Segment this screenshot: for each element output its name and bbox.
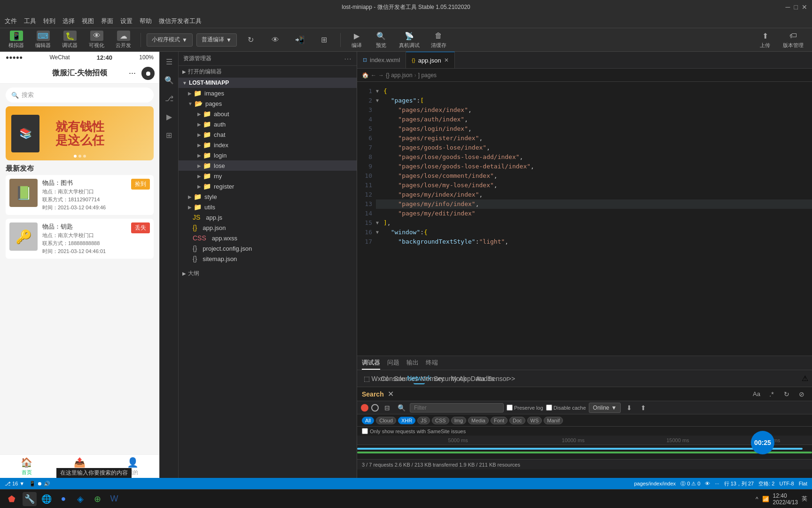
compile-run-button[interactable]: ▶ 编译 xyxy=(346,29,367,51)
file-sitemap[interactable]: {} sitemap.json xyxy=(179,254,357,264)
filter-js[interactable]: JS xyxy=(417,417,430,424)
preview-icon-btn[interactable]: 👁 xyxy=(265,33,286,47)
folder-auth[interactable]: ▶ 📁 auth xyxy=(179,119,357,129)
compile-dropdown[interactable]: 普通编译 ▼ xyxy=(196,33,237,47)
panel-more-icon[interactable]: ··· xyxy=(344,56,352,62)
security-tab[interactable]: Security xyxy=(440,373,451,384)
record-dot[interactable] xyxy=(361,404,368,412)
folder-pages[interactable]: ▼ 📂 pages xyxy=(179,98,357,109)
taskbar-source[interactable]: ⊕ xyxy=(90,492,104,506)
breadcrumb-file[interactable]: {} app.json xyxy=(386,72,413,79)
filter-xhr[interactable]: XHR xyxy=(398,417,415,424)
inspector-icon[interactable]: ⬚ xyxy=(361,373,372,384)
filter-img[interactable]: Img xyxy=(451,417,466,424)
search-filter-icon[interactable]: 🔍 xyxy=(396,402,407,413)
refresh-network-icon[interactable]: ↻ xyxy=(781,389,792,400)
menu-file[interactable]: 文件 xyxy=(5,17,17,25)
filter-all[interactable]: All xyxy=(362,417,374,424)
visual-button[interactable]: 👁 可视化 xyxy=(85,29,108,51)
refresh-button[interactable]: ↻ xyxy=(241,33,261,47)
phone-tab-home[interactable]: 🏠 首页 xyxy=(0,457,53,476)
file-projectconfig[interactable]: {} project.config.json xyxy=(179,243,357,254)
regex-icon[interactable]: .* xyxy=(766,389,777,400)
item-card-1[interactable]: 📗 物品：图书 地点：南京大学校门口 联系方式：18112907714 时间：2… xyxy=(6,175,154,215)
menu-goto[interactable]: 转到 xyxy=(43,17,55,25)
menu-view[interactable]: 视图 xyxy=(82,17,94,25)
menu-wechat-dev[interactable]: 微信开发者工具 xyxy=(159,17,202,25)
taskbar-word[interactable]: W xyxy=(107,492,121,506)
folder-login[interactable]: ▶ 📁 login xyxy=(179,150,357,160)
source-control-icon[interactable]: ⎇ xyxy=(163,92,175,105)
folder-index[interactable]: ▶ 📁 index xyxy=(179,140,357,150)
more-tabs-icon[interactable]: >> xyxy=(506,373,517,384)
preview-button[interactable]: 🔍 预览 xyxy=(371,29,391,51)
import-icon[interactable]: ⬇ xyxy=(624,402,635,413)
version-button[interactable]: 🏷 版本管理 xyxy=(779,29,807,51)
bottom-tab-problems[interactable]: 问题 xyxy=(387,357,399,370)
real-machine-button[interactable]: 📡 真机调试 xyxy=(395,29,423,51)
bottom-tab-terminal[interactable]: 终端 xyxy=(426,357,438,370)
menu-interface[interactable]: 界面 xyxy=(101,17,113,25)
taskbar-chrome[interactable]: ● xyxy=(56,492,70,506)
search-close-btn[interactable]: ✕ xyxy=(388,389,394,398)
root-folder-label[interactable]: ▼ LOST-MINIAPP xyxy=(179,78,357,88)
extensions-icon[interactable]: ⊞ xyxy=(164,129,174,142)
tab-indexwxml[interactable]: ⊡ index.wxml xyxy=(357,52,406,68)
editor-button[interactable]: ⌨ 编辑器 xyxy=(31,29,55,51)
run-icon[interactable]: ▶ xyxy=(164,111,174,123)
folder-register[interactable]: ▶ 📁 register xyxy=(179,181,357,191)
taskbar-start[interactable]: ⬟ xyxy=(5,492,19,506)
bottom-tab-output[interactable]: 输出 xyxy=(406,357,419,370)
folder-utils[interactable]: ▶ 📁 utils xyxy=(179,202,357,212)
filter-input[interactable] xyxy=(410,403,504,413)
explorer-icon[interactable]: ☰ xyxy=(164,56,174,68)
code-editor[interactable]: 1 2 3 4 5 6 7 8 9 10 11 12 13 14 15 16 1 xyxy=(357,82,812,356)
clear-dot[interactable] xyxy=(371,404,379,412)
filter-ws[interactable]: WS xyxy=(527,417,542,424)
folder-style[interactable]: ▶ 📁 style xyxy=(179,191,357,202)
file-appjson[interactable]: {} app.json xyxy=(179,222,357,233)
fold-16[interactable]: ▼ xyxy=(376,228,383,237)
clear-cache-button[interactable]: 🗑 清缓存 xyxy=(427,29,450,51)
minimize-icon[interactable]: ─ xyxy=(786,3,790,11)
disable-cache-checkbox[interactable] xyxy=(546,405,552,411)
close-icon[interactable]: ✕ xyxy=(802,3,807,11)
folder-chat[interactable]: ▶ 📁 chat xyxy=(179,129,357,140)
taskbar-browser[interactable]: 🌐 xyxy=(39,492,54,506)
code-content[interactable]: ▼ { ▼ "pages":[ "pages/index/index", "pa… xyxy=(376,82,812,356)
filter-media[interactable]: Media xyxy=(468,417,489,424)
taskbar-vscode[interactable]: ◈ xyxy=(73,492,87,506)
filter-doc[interactable]: Doc xyxy=(509,417,525,424)
maximize-icon[interactable]: □ xyxy=(794,3,798,11)
filter-icon[interactable]: ⊟ xyxy=(382,402,393,413)
tab-appjson[interactable]: {} app.json ✕ xyxy=(406,52,455,68)
fold-1[interactable]: ▼ xyxy=(376,87,383,96)
layers-btn[interactable]: ⊞ xyxy=(314,33,335,47)
filter-font[interactable]: Font xyxy=(491,417,508,424)
debugger-button[interactable]: 🐛 调试器 xyxy=(58,29,81,51)
search-icon-left[interactable]: 🔍 xyxy=(163,74,176,87)
taskbar-wechat-dev[interactable]: 🔧 xyxy=(23,492,37,506)
item-card-2[interactable]: 🔑 物品：钥匙 地点：南京大学校门口 联系方式：18888888888 时间：2… xyxy=(6,219,154,259)
preserve-log-checkbox[interactable] xyxy=(507,405,513,411)
export-icon[interactable]: ⬆ xyxy=(638,402,649,413)
devtools-settings[interactable]: ⚠ xyxy=(802,374,808,383)
simulator-button[interactable]: 📱 模拟器 xyxy=(5,29,28,51)
file-appwxss[interactable]: CSS app.wxss xyxy=(179,233,357,243)
open-editors-label[interactable]: ▶ 打开的编辑器 xyxy=(179,66,357,78)
bottom-tab-debugger[interactable]: 调试器 xyxy=(362,357,380,370)
filter-cloud[interactable]: Cloud xyxy=(376,417,396,424)
aa-icon[interactable]: Aa xyxy=(751,389,762,400)
menu-select[interactable]: 选择 xyxy=(62,17,75,25)
breadcrumb-nav-fwd[interactable]: → xyxy=(378,72,384,79)
folder-lose[interactable]: ▶ 📁 lose xyxy=(179,160,357,171)
outline-label[interactable]: ▶ 大纲 xyxy=(179,268,357,279)
filter-css[interactable]: CSS xyxy=(432,417,449,424)
disable-cache-check[interactable]: Disable cache xyxy=(546,405,586,411)
folder-images[interactable]: ▶ 📁 images xyxy=(179,88,357,98)
mode-dropdown[interactable]: 小程序模式 ▼ xyxy=(147,33,193,47)
menu-settings[interactable]: 设置 xyxy=(120,17,133,25)
preserve-log-check[interactable]: Preserve log xyxy=(507,405,543,411)
upload-button[interactable]: ⬆ 上传 xyxy=(755,29,775,51)
folder-about[interactable]: ▶ 📁 about xyxy=(179,109,357,119)
